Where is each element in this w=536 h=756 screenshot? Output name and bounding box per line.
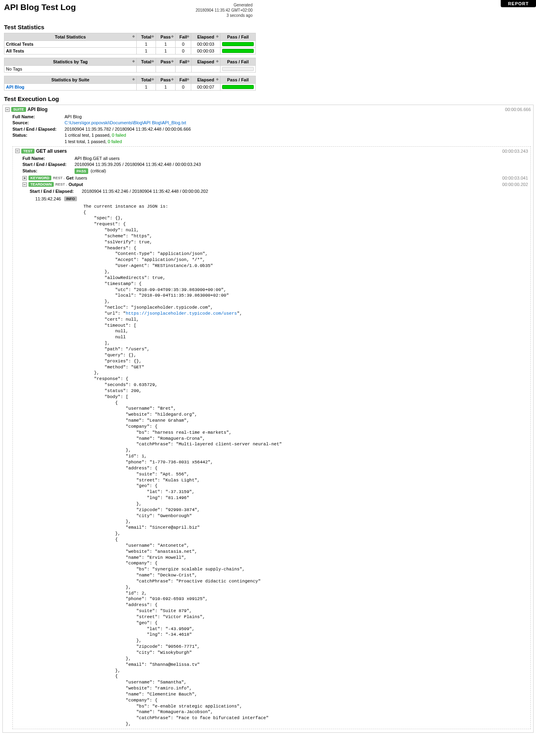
page-title: API Blog Test Log — [4, 2, 76, 12]
stat-fail: 0 — [175, 84, 191, 91]
keyword-row: + KEYWORD REST . Get /users 00:00:03.041 — [22, 176, 528, 180]
stat-total: 1 — [137, 48, 156, 55]
keyword-elapsed: 00:00:03.041 — [502, 176, 528, 180]
suite-link[interactable]: API Blog — [4, 84, 137, 91]
col-pass[interactable]: Pass◆ — [156, 58, 176, 66]
sort-icon: ◆ — [132, 34, 135, 38]
col-total-stats[interactable]: Total Statistics◆ — [4, 33, 137, 41]
stat-elapsed: 00:00:07 — [191, 84, 220, 91]
source-link[interactable]: C:\Users\igor.popovski\Documents\Blog\AP… — [65, 120, 531, 126]
stat-fail: 0 — [175, 41, 191, 48]
sort-icon: ◆ — [187, 34, 189, 38]
col-elapsed[interactable]: Elapsed◆ — [191, 33, 220, 41]
generated-info: Generated 20180904 11:35:42 GMT+02:00 3 … — [196, 2, 253, 18]
stat-total: 1 — [137, 84, 156, 91]
sort-icon: ◆ — [132, 77, 135, 81]
collapse-toggle[interactable]: − — [15, 149, 20, 153]
meta-value: API Blog.GET all users — [75, 156, 528, 162]
col-fail[interactable]: Fail◆ — [176, 58, 191, 66]
stat-pass: 1 — [156, 41, 176, 48]
info-badge: INFO — [64, 196, 77, 201]
teardown-row: − TEARDOWN REST . Output 00:00:00.202 — [22, 182, 528, 187]
col-total[interactable]: Total◆ — [137, 58, 156, 66]
test-name[interactable]: GET all users — [36, 148, 67, 154]
stat-fail: 0 — [175, 48, 191, 55]
collapse-toggle[interactable]: − — [5, 107, 10, 112]
test-badge: TEST — [21, 149, 34, 154]
suite-name[interactable]: API Blog — [28, 107, 48, 112]
col-elapsed[interactable]: Elapsed◆ — [191, 76, 220, 84]
test-container: − TEST GET all users 00:00:03.243 Full N… — [12, 146, 531, 729]
stat-bar — [220, 84, 255, 91]
stat-elapsed: 00:00:03 — [191, 41, 220, 48]
report-button[interactable]: REPORT — [501, 0, 536, 7]
json-url-link[interactable]: https://jsonplaceholder.typicode.com/use… — [126, 311, 237, 316]
pass-badge: PASS — [75, 168, 88, 174]
sort-icon: ◆ — [152, 34, 154, 38]
total-stats-table: Total Statistics◆ Total◆ Pass◆ Fail◆ Ela… — [4, 33, 256, 55]
col-by-tag[interactable]: Statistics by Tag◆ — [4, 58, 137, 66]
meta-value: 20180904 11:35:35.782 / 20180904 11:35:4… — [65, 126, 531, 132]
suite-stats-table: Statistics by Suite◆ Total◆ Pass◆ Fail◆ … — [4, 76, 256, 91]
page-header: API Blog Test Log Generated 20180904 11:… — [0, 0, 257, 19]
sort-icon: ◆ — [152, 77, 154, 81]
generated-timestamp: 20180904 11:35:42 GMT+02:00 — [196, 8, 253, 13]
test-elapsed: 00:00:03.243 — [502, 149, 528, 154]
collapse-toggle[interactable]: − — [22, 182, 27, 187]
stats-heading: Test Statistics — [4, 24, 532, 30]
col-passfail: Pass / Fail — [220, 58, 255, 66]
stat-pass: 1 — [156, 48, 176, 55]
sort-icon: ◆ — [216, 34, 218, 38]
sort-icon: ◆ — [132, 59, 135, 63]
suite-container: − SUITE API Blog 00:00:06.666 Full Name:… — [2, 105, 534, 733]
stat-name[interactable]: All Tests — [4, 48, 137, 55]
keyword-lib: REST . — [55, 182, 67, 186]
col-fail[interactable]: Fail◆ — [175, 33, 191, 41]
col-total[interactable]: Total◆ — [137, 76, 156, 84]
table-row: No Tags — [4, 66, 256, 73]
meta-value: PASS (critical) — [75, 168, 528, 174]
teardown-badge: TEARDOWN — [28, 182, 54, 187]
meta-label: Start / End / Elapsed: — [30, 188, 82, 194]
meta-label: Full Name: — [12, 114, 65, 120]
keyword-name[interactable]: Output — [69, 182, 83, 187]
col-pass[interactable]: Pass◆ — [156, 76, 176, 84]
tag-stats-table: Statistics by Tag◆ Total◆ Pass◆ Fail◆ El… — [4, 58, 256, 73]
table-row: API Blog 1 1 0 00:00:07 — [4, 84, 256, 91]
expand-toggle[interactable]: + — [22, 176, 27, 180]
sort-icon: ◆ — [152, 59, 154, 63]
sort-icon: ◆ — [187, 59, 190, 63]
meta-value: 1 critical test, 1 passed, 0 failed1 tes… — [65, 132, 531, 145]
sort-icon: ◆ — [187, 77, 189, 81]
suite-elapsed: 00:00:06.666 — [505, 107, 531, 112]
keyword-name[interactable]: Get — [66, 176, 73, 180]
col-by-suite[interactable]: Statistics by Suite◆ — [4, 76, 137, 84]
col-total[interactable]: Total◆ — [137, 33, 156, 41]
sort-icon: ◆ — [216, 77, 218, 81]
col-fail[interactable]: Fail◆ — [175, 76, 191, 84]
stat-bar — [220, 48, 255, 55]
meta-value: 20180904 11:35:42.246 / 20180904 11:35:4… — [82, 188, 528, 194]
stat-bar — [220, 41, 255, 48]
meta-label: Start / End / Elapsed: — [12, 126, 65, 132]
meta-label: Start / End / Elapsed: — [22, 162, 75, 168]
table-row: All Tests 1 1 0 00:00:03 — [4, 48, 256, 55]
exec-heading: Test Execution Log — [4, 95, 532, 102]
keyword-elapsed: 00:00:00.202 — [502, 182, 528, 187]
sort-icon: ◆ — [171, 59, 174, 63]
table-row: Critical Tests 1 1 0 00:00:03 — [4, 41, 256, 48]
col-pass[interactable]: Pass◆ — [156, 33, 176, 41]
meta-value: 20180904 11:35:39.205 / 20180904 11:35:4… — [75, 162, 528, 168]
col-elapsed[interactable]: Elapsed◆ — [191, 58, 220, 66]
stat-bar — [220, 66, 255, 73]
col-passfail: Pass / Fail — [220, 33, 255, 41]
json-output: The current instance as JSON is: { "spec… — [83, 204, 528, 727]
sort-icon: ◆ — [171, 77, 174, 81]
meta-label: Status: — [12, 132, 65, 145]
stat-name[interactable]: Critical Tests — [4, 41, 137, 48]
suite-badge: SUITE — [11, 107, 26, 112]
stat-pass: 1 — [156, 84, 176, 91]
meta-label: Source: — [12, 120, 65, 126]
keyword-badge: KEYWORD — [28, 176, 51, 180]
no-tags: No Tags — [4, 66, 137, 73]
